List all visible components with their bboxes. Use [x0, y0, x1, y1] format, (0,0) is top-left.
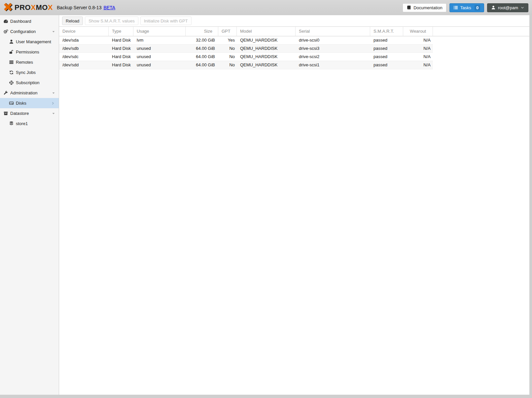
cell-gpt: No — [218, 53, 237, 61]
unlock-icon — [9, 50, 14, 54]
cell-size: 64.00 GiB — [186, 45, 218, 52]
sidebar-item-label: Disks — [16, 101, 26, 106]
cell-model: QEMU_HARDDISK — [237, 61, 296, 69]
cell-model: QEMU_HARDDISK — [237, 45, 296, 52]
sidebar-item-datastore[interactable]: Datastore — [0, 108, 59, 118]
column-header-smart[interactable]: S.M.A.R.T. — [370, 27, 403, 36]
caret-down-icon[interactable] — [52, 30, 55, 34]
chevron-right-icon — [51, 101, 55, 105]
server-icon — [9, 60, 14, 65]
user-menu-button[interactable]: root@pam — [487, 3, 528, 12]
cell-type: Hard Disk — [109, 36, 133, 44]
column-header-type[interactable]: Type — [109, 27, 133, 36]
sidebar-item-dashboard[interactable]: Dashboard — [0, 16, 59, 26]
sidebar-item-label: store1 — [16, 121, 28, 126]
cell-wearout: N/A — [403, 36, 433, 44]
cell-gpt: Yes — [218, 36, 237, 44]
sidebar-item-label: Subscription — [16, 80, 40, 85]
column-header-serial[interactable]: Serial — [296, 27, 370, 36]
column-header-gpt[interactable]: GPT — [218, 27, 237, 36]
sidebar-item-disks[interactable]: Disks — [0, 98, 59, 108]
sidebar-item-configuration[interactable]: Configuration — [0, 26, 59, 37]
table-row-sdc[interactable]: /dev/sdc Hard Disk unused 64.00 GiB No Q… — [59, 53, 433, 61]
cell-smart: passed — [370, 36, 403, 44]
sidebar-item-label: Remotes — [16, 60, 33, 65]
beta-link[interactable]: BETA — [103, 5, 115, 10]
sidebar-item-label: Sync Jobs — [16, 70, 36, 75]
disks-table-body: /dev/sda Hard Disk lvm 32.00 GiB Yes QEM… — [59, 36, 529, 69]
dashboard-icon — [3, 19, 8, 24]
cell-serial: drive-scsi3 — [296, 45, 370, 52]
sidebar: Dashboard Configuration User Management — [0, 15, 59, 395]
cell-type: Hard Disk — [109, 61, 133, 69]
cell-device: /dev/sdd — [59, 61, 109, 69]
sidebar-item-label: Datastore — [10, 111, 29, 116]
logo-text: PROXMOX — [15, 3, 53, 12]
cell-usage: unused — [133, 53, 186, 61]
sidebar-item-sync-jobs[interactable]: Sync Jobs — [0, 67, 59, 78]
sidebar-item-permissions[interactable]: Permissions — [0, 47, 59, 57]
cell-model: QEMU_HARDDISK — [237, 53, 296, 61]
cell-model: QEMU_HARDDISK — [237, 36, 296, 44]
column-header-wearout[interactable]: Wearout — [403, 27, 433, 36]
proxmox-logo[interactable]: PROXMOX — [3, 3, 53, 13]
sidebar-item-administration[interactable]: Administration — [0, 88, 59, 98]
tasks-button[interactable]: Tasks 0 — [449, 3, 484, 12]
cell-device: /dev/sda — [59, 36, 109, 44]
caret-down-icon[interactable] — [52, 91, 55, 95]
sidebar-item-remotes[interactable]: Remotes — [0, 57, 59, 67]
cell-usage: lvm — [133, 36, 186, 44]
column-header-size[interactable]: Size — [186, 27, 218, 36]
reload-button[interactable]: Reload — [62, 17, 83, 25]
cell-wearout: N/A — [403, 45, 433, 52]
column-header-model[interactable]: Model — [237, 27, 296, 36]
documentation-label: Documentation — [413, 5, 442, 10]
cell-smart: passed — [370, 53, 403, 61]
caret-down-icon[interactable] — [52, 112, 55, 116]
column-header-usage[interactable]: Usage — [133, 27, 186, 36]
sidebar-item-label: Dashboard — [10, 19, 31, 24]
wrench-icon — [3, 90, 8, 95]
sidebar-item-user-management[interactable]: User Management — [0, 37, 59, 47]
column-header-filler — [433, 27, 529, 36]
cell-usage: unused — [133, 61, 186, 69]
cell-size: 64.00 GiB — [186, 61, 218, 69]
user-icon — [9, 39, 14, 44]
table-row-sdb[interactable]: /dev/sdb Hard Disk unused 64.00 GiB No Q… — [59, 45, 433, 53]
app-title: Backup Server 0.8-13 — [57, 5, 101, 10]
sidebar-item-label: Administration — [10, 90, 37, 95]
column-header-device[interactable]: Device — [59, 27, 109, 36]
archive-icon — [3, 111, 8, 116]
cell-usage: unused — [133, 45, 186, 52]
main-panel: Reload Show S.M.A.R.T. values Initialize… — [59, 15, 529, 395]
cell-device: /dev/sdb — [59, 45, 109, 52]
task-list-icon — [453, 5, 458, 10]
disks-table-header: Device Type Usage Size GPT Model Serial … — [59, 26, 529, 36]
cell-smart: passed — [370, 61, 403, 69]
cell-type: Hard Disk — [109, 45, 133, 52]
table-row-sda[interactable]: /dev/sda Hard Disk lvm 32.00 GiB Yes QEM… — [59, 36, 433, 45]
sidebar-item-label: Configuration — [10, 29, 36, 34]
tasks-count-badge: 0 — [475, 5, 480, 11]
user-avatar-icon — [491, 5, 496, 10]
sidebar-item-label: Permissions — [16, 50, 39, 54]
cell-type: Hard Disk — [109, 53, 133, 61]
cell-device: /dev/sdc — [59, 53, 109, 61]
top-header: PROXMOX Backup Server 0.8-13 BETA Docume… — [0, 0, 532, 15]
cell-gpt: No — [218, 61, 237, 69]
sidebar-item-store1[interactable]: store1 — [0, 118, 59, 129]
cell-serial: drive-scsi1 — [296, 61, 370, 69]
database-icon — [9, 121, 14, 126]
documentation-button[interactable]: Documentation — [403, 3, 446, 12]
hdd-icon — [9, 101, 14, 106]
show-smart-values-button[interactable]: Show S.M.A.R.T. values — [85, 17, 138, 25]
user-label: root@pam — [498, 5, 518, 10]
cell-gpt: No — [218, 45, 237, 52]
cell-wearout: N/A — [403, 61, 433, 69]
initialize-gpt-button[interactable]: Initialize Disk with GPT — [140, 17, 192, 25]
sidebar-item-subscription[interactable]: Subscription — [0, 78, 59, 88]
proxmox-x-icon — [3, 3, 13, 13]
cell-wearout: N/A — [403, 53, 433, 61]
table-row-sdd[interactable]: /dev/sdd Hard Disk unused 64.00 GiB No Q… — [59, 61, 433, 69]
cell-serial: drive-scsi2 — [296, 53, 370, 61]
